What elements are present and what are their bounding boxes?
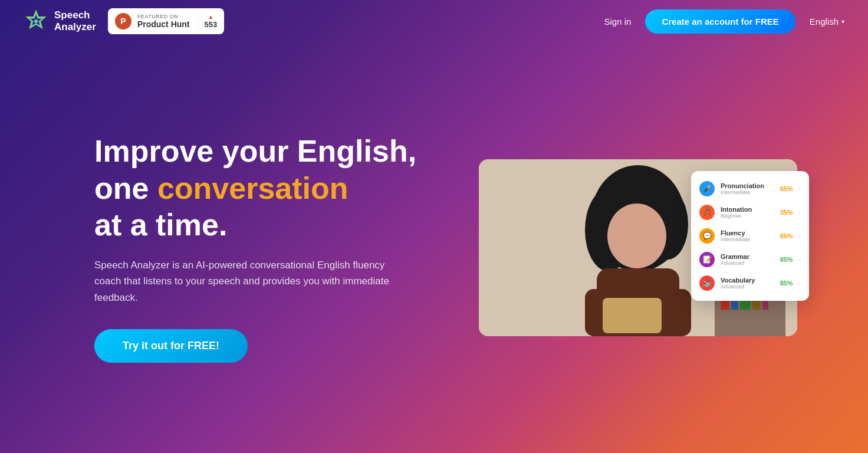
language-selector[interactable]: English ▾ (810, 17, 844, 27)
hero-right: 🎤 Pronunciation Intermediate 65% › 🎵 Int… (479, 159, 797, 336)
metric-score: 85% (780, 280, 793, 287)
chevron-down-icon: ▾ (841, 18, 844, 25)
nav-left: Speech Analyzer P FEATURED ON Product Hu… (24, 8, 224, 34)
signin-link[interactable]: Sign in (604, 17, 632, 27)
svg-rect-9 (603, 298, 662, 333)
metric-icon: 🎵 (699, 205, 715, 220)
logo-icon (24, 9, 48, 34)
metrics-list: 🎤 Pronunciation Intermediate 65% › 🎵 Int… (691, 177, 809, 295)
metric-level: Advanced (721, 284, 774, 290)
hero-section: Improve your English, one conversation a… (0, 0, 868, 453)
metric-item[interactable]: 💬 Fluency Intermediate 65% › (691, 224, 809, 248)
metric-level: Advanced (721, 260, 774, 266)
metric-info: Fluency Intermediate (721, 229, 774, 242)
metric-icon: 💬 (699, 228, 715, 244)
try-free-button[interactable]: Try it out for FREE! (94, 329, 248, 363)
ph-featured-label: FEATURED ON (137, 14, 190, 19)
metric-name: Grammar (721, 253, 774, 260)
svg-point-1 (34, 19, 38, 23)
metrics-card: 🎤 Pronunciation Intermediate 65% › 🎵 Int… (691, 171, 809, 301)
ph-icon: P (115, 13, 131, 29)
svg-point-6 (607, 203, 666, 268)
metric-item[interactable]: 📚 Vocabulary Advanced 85% › (691, 271, 809, 295)
product-hunt-badge[interactable]: P FEATURED ON Product Hunt ▲ 553 (108, 8, 224, 34)
metric-name: Vocabulary (721, 277, 774, 284)
metric-icon: 📝 (699, 252, 715, 267)
metric-level: Intermediate (721, 237, 774, 242)
hero-headline: Improve your English, one conversation a… (94, 133, 416, 243)
create-account-button[interactable]: Create an account for FREE (645, 9, 795, 34)
metric-name: Fluency (721, 229, 774, 237)
hero-description: Speech Analyzer is an AI-powered convers… (94, 257, 389, 306)
metric-level: Beginner (721, 213, 774, 219)
metric-item[interactable]: 🎤 Pronunciation Intermediate 65% › (691, 177, 809, 201)
metric-score: 65% (780, 232, 793, 239)
metric-level: Intermediate (721, 189, 774, 195)
metric-name: Pronunciation (721, 182, 774, 189)
metric-item[interactable]: 🎵 Intonation Beginner 35% › (691, 201, 809, 224)
ph-arrow-icon: ▲ (208, 14, 213, 20)
headline-line1: Improve your English, (94, 134, 416, 168)
metric-arrow-icon: › (799, 257, 801, 263)
nav-right: Sign in Create an account for FREE Engli… (604, 9, 844, 34)
metric-score: 35% (780, 209, 793, 216)
metric-info: Intonation Beginner (721, 206, 774, 219)
metric-info: Grammar Advanced (721, 253, 774, 266)
metric-arrow-icon: › (799, 209, 801, 216)
headline-highlight: conversation (157, 171, 348, 205)
logo-text: Speech Analyzer (54, 9, 96, 34)
metric-item[interactable]: 📝 Grammar Advanced 85% › (691, 248, 809, 271)
hero-content: Improve your English, one conversation a… (0, 42, 868, 453)
metric-name: Intonation (721, 206, 774, 213)
metric-arrow-icon: › (799, 280, 801, 287)
hero-left: Improve your English, one conversation a… (94, 133, 416, 363)
language-label: English (810, 17, 839, 27)
metric-arrow-icon: › (799, 186, 801, 192)
metric-icon: 🎤 (699, 181, 715, 196)
ph-text: FEATURED ON Product Hunt (137, 14, 190, 29)
logo[interactable]: Speech Analyzer (24, 9, 96, 34)
metric-score: 85% (780, 256, 793, 263)
headline-line3: at a time. (94, 208, 227, 242)
metric-arrow-icon: › (799, 233, 801, 239)
metric-score: 65% (780, 185, 793, 192)
metric-info: Vocabulary Advanced (721, 277, 774, 290)
headline-line2-prefix: one (94, 171, 157, 205)
navbar: Speech Analyzer P FEATURED ON Product Hu… (0, 0, 868, 42)
metric-info: Pronunciation Intermediate (721, 182, 774, 195)
ph-vote-count: 553 (205, 20, 218, 29)
ph-votes: ▲ 553 (198, 14, 218, 29)
metric-icon: 📚 (699, 275, 715, 291)
ph-name: Product Hunt (137, 19, 190, 29)
